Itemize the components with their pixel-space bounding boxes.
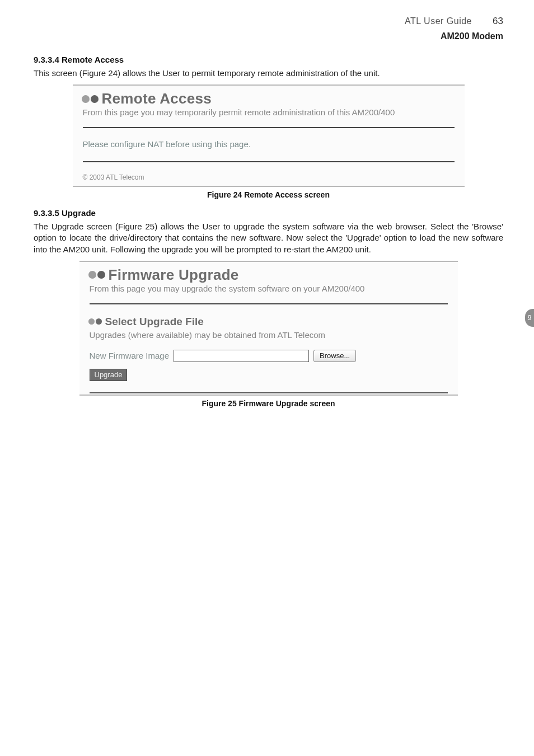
- bullets-icon: [88, 318, 102, 325]
- upgrade-heading: 9.3.3.5 Upgrade: [34, 208, 503, 218]
- firmware-panel-desc: From this page you may upgrade the syste…: [79, 284, 458, 299]
- figure-24-caption: Figure 24 Remote Access screen: [34, 190, 503, 199]
- nat-config-note: Please configure NAT before using this p…: [73, 134, 465, 157]
- firmware-upgrade-panel: Firmware Upgrade From this page you may …: [79, 261, 458, 396]
- doc-title: ATL User Guide: [405, 16, 472, 26]
- firmware-file-input[interactable]: [174, 350, 309, 362]
- upgrade-button[interactable]: Upgrade: [90, 369, 128, 381]
- firmware-image-label: New Firmware Image: [90, 351, 170, 360]
- bullets-icon: [82, 95, 99, 103]
- nat-link[interactable]: NAT: [147, 139, 163, 149]
- select-upgrade-subtitle: Select Upgrade File: [105, 316, 204, 328]
- remote-panel-desc: From this page you may temporarily permi…: [73, 107, 465, 123]
- doc-subtitle: AM200 Modem: [34, 31, 503, 41]
- obtain-prefix: Upgrades (where available) may be obtain…: [90, 330, 278, 340]
- nat-prefix: Please configure: [83, 139, 148, 149]
- firmware-panel-title: Firmware Upgrade: [109, 266, 239, 284]
- figure-25-caption: Figure 25 Firmware Upgrade screen: [34, 399, 503, 408]
- remote-access-heading: 9.3.3.4 Remote Access: [34, 55, 503, 64]
- remote-panel-title: Remote Access: [102, 90, 212, 107]
- obtain-note: Upgrades (where available) may be obtain…: [79, 329, 458, 340]
- remote-copyright: © 2003 ATL Telecom: [73, 168, 465, 186]
- browse-button[interactable]: Browse...: [313, 350, 356, 362]
- bullets-icon: [88, 271, 105, 279]
- remote-access-panel: Remote Access From this page you may tem…: [73, 84, 465, 187]
- nat-suffix: before using this page.: [163, 139, 251, 149]
- atl-telecom-link[interactable]: ATL Telecom: [278, 330, 326, 340]
- remote-access-intro: This screen (Figure 24) allows the User …: [34, 68, 503, 79]
- upgrade-intro: The Upgrade screen (Figure 25) allows th…: [34, 221, 503, 255]
- page-number: 63: [488, 16, 503, 27]
